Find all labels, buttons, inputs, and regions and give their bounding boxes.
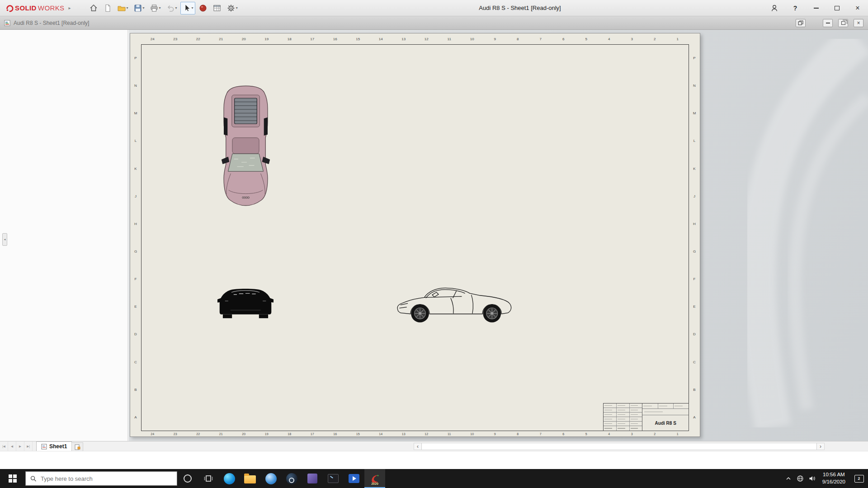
tray-expand-button[interactable]: [783, 469, 794, 488]
title-block[interactable]: Audi R8 S: [603, 403, 689, 431]
home-icon: [89, 4, 98, 13]
sheet-next-button[interactable]: ▶: [16, 441, 24, 451]
panel-collapse-handle[interactable]: ◂: [2, 233, 7, 246]
zone-label: 15: [347, 431, 370, 436]
select-tool-button[interactable]: ▾: [180, 2, 195, 14]
maximize-button[interactable]: [826, 0, 847, 16]
drawing-sheet[interactable]: 242322212019181716151413121110987654321 …: [130, 33, 700, 437]
taskbar-icon-solidworks[interactable]: 2020: [364, 469, 385, 488]
home-button[interactable]: [87, 2, 100, 14]
drawing-view-side[interactable]: [392, 284, 519, 324]
zone-label: 19: [255, 33, 278, 44]
zone-label: 23: [164, 431, 187, 436]
zone-label: 16: [324, 431, 347, 436]
zone-label: 18: [278, 33, 301, 44]
sheet-tab-bar: |◀ ◀ ▶ ▶| Sheet1 ‹ ›: [0, 441, 868, 451]
tab-sheet1[interactable]: Sheet1: [36, 441, 72, 451]
print-icon: [150, 4, 159, 13]
minimize-button[interactable]: [806, 0, 826, 16]
task-view-button[interactable]: [198, 469, 219, 488]
doc-close-button[interactable]: ×: [854, 19, 863, 27]
maximize-icon: [835, 6, 840, 10]
account-button[interactable]: [764, 0, 785, 16]
taskbar-icon-edge[interactable]: [219, 469, 240, 488]
scroll-left-button[interactable]: ‹: [414, 443, 421, 450]
close-button[interactable]: ×: [847, 0, 868, 16]
minimize-icon: [814, 8, 819, 9]
zone-label: 17: [301, 431, 324, 436]
zone-label: E: [689, 293, 700, 320]
zone-label: P: [130, 44, 141, 72]
cortana-button[interactable]: [177, 469, 198, 488]
clock-date: 9/16/2020: [822, 479, 845, 486]
clock-time: 10:56 AM: [822, 471, 845, 479]
network-button[interactable]: [794, 469, 806, 488]
drawing-view-top[interactable]: [218, 84, 274, 208]
undo-dropdown-caret-icon[interactable]: ▾: [175, 6, 177, 10]
gear-icon: [226, 4, 236, 13]
taskbar-icon-terminal[interactable]: [323, 469, 344, 488]
volume-button[interactable]: [806, 469, 818, 488]
zone-label: G: [689, 238, 700, 265]
print-button[interactable]: ▾: [148, 2, 163, 14]
scrollbar-thumb[interactable]: [421, 443, 817, 450]
options-button[interactable]: ▾: [225, 2, 240, 14]
doc-restore-button[interactable]: [838, 19, 848, 27]
document-title: Audi R8 S - Sheet1 [Read-only]: [14, 20, 89, 26]
window-controls: ? ×: [764, 0, 868, 16]
new-document-button[interactable]: [101, 2, 114, 14]
red-orb-icon: [198, 4, 208, 13]
taskbar-icon-media[interactable]: [344, 469, 364, 488]
print-dropdown-caret-icon[interactable]: ▾: [159, 6, 161, 10]
table-button[interactable]: [211, 2, 223, 14]
open-button[interactable]: ▾: [115, 2, 130, 14]
chevron-up-icon: [785, 475, 792, 482]
taskbar-clock[interactable]: 10:56 AM 9/16/2020: [818, 471, 850, 485]
options-dropdown-caret-icon[interactable]: ▾: [236, 6, 238, 10]
taskbar-icon-steam[interactable]: [281, 469, 302, 488]
quick-access-toolbar: ▾ ▾ ▾ ▾ ▾: [87, 2, 240, 14]
graphics-area[interactable]: 242322212019181716151413121110987654321 …: [128, 30, 868, 441]
zone-label: C: [689, 348, 700, 376]
zone-label: 9: [484, 33, 507, 44]
undo-icon: [166, 4, 175, 13]
action-center-button[interactable]: 2: [850, 469, 868, 488]
undo-button[interactable]: ▾: [164, 2, 179, 14]
taskbar-icon-file-explorer[interactable]: [240, 469, 260, 488]
sheet-prev-button[interactable]: ◀: [8, 441, 16, 451]
open-dropdown-caret-icon[interactable]: ▾: [127, 6, 128, 10]
brand-expand-arrow-icon[interactable]: ▸: [69, 5, 71, 10]
sheet-first-button[interactable]: |◀: [0, 441, 8, 451]
zone-label: 4: [598, 33, 621, 44]
zone-labels-left: PNMLKJHGFEDCBA: [130, 44, 141, 431]
search-input[interactable]: [41, 475, 172, 482]
zone-label: 14: [369, 431, 392, 436]
doc-minimize-button[interactable]: [823, 19, 833, 27]
taskbar-icon-browser[interactable]: [260, 469, 281, 488]
add-sheet-button[interactable]: [71, 442, 83, 451]
select-dropdown-caret-icon[interactable]: ▾: [192, 6, 193, 10]
doc-tile-button[interactable]: [796, 19, 806, 27]
window-title: Audi R8 S - Sheet1 [Read-only]: [479, 5, 561, 11]
zone-label: 14: [369, 33, 392, 44]
zone-label: 21: [210, 431, 233, 436]
taskbar-search[interactable]: [25, 471, 177, 486]
doc-restore-icon: [841, 21, 845, 25]
drawing-view-front[interactable]: [217, 284, 274, 323]
zone-label: 10: [461, 431, 484, 436]
start-button[interactable]: [0, 469, 25, 488]
save-dropdown-caret-icon[interactable]: ▾: [143, 6, 145, 10]
zone-label: 3: [621, 33, 644, 44]
workspace: ◂ 24232221201918171615141312111098765432…: [0, 30, 868, 441]
red-orb-button[interactable]: [197, 2, 209, 14]
save-button[interactable]: ▾: [132, 2, 146, 14]
zone-label: 6: [552, 33, 575, 44]
taskbar-icon-3d-viewer[interactable]: [302, 469, 323, 488]
zone-labels-right: PNMLKJHGFEDCBA: [689, 44, 700, 431]
sheet-last-button[interactable]: ▶|: [24, 441, 33, 451]
zone-label: 5: [575, 431, 598, 436]
help-button[interactable]: ?: [785, 0, 806, 16]
scroll-right-button[interactable]: ›: [817, 443, 824, 450]
zone-label: H: [689, 210, 700, 238]
terminal-icon: [328, 474, 339, 483]
